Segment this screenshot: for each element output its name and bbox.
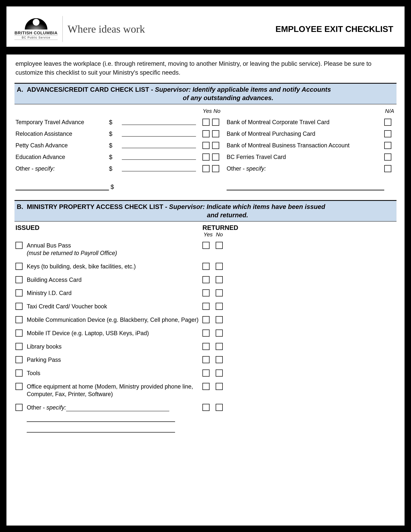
returned-no-checkbox[interactable] <box>216 356 223 363</box>
advance-label: Education Advance <box>16 154 109 161</box>
section-b-instruction-1: Supervisor: Indicate which items have be… <box>169 203 325 210</box>
issued-checkbox[interactable] <box>16 303 23 310</box>
returned-no-checkbox[interactable] <box>216 383 223 390</box>
issued-checkbox[interactable] <box>16 289 23 296</box>
header: BRITISH COLUMBIA BC Public Service Where… <box>15 16 396 47</box>
returned-yes-checkbox[interactable] <box>202 330 210 337</box>
returned-no-checkbox[interactable] <box>216 303 223 310</box>
section-a-header: A. ADVANCES/CREDIT CARD CHECK LIST - Sup… <box>15 84 396 104</box>
na-checkbox[interactable] <box>384 119 391 126</box>
no-checkbox[interactable] <box>212 153 219 161</box>
amount-field[interactable] <box>122 131 196 137</box>
issued-checkbox[interactable] <box>16 316 23 323</box>
returned-yes-checkbox[interactable] <box>202 289 210 296</box>
issued-checkbox[interactable] <box>16 242 23 249</box>
specify-field[interactable] <box>66 406 169 411</box>
yes-checkbox[interactable] <box>202 142 210 149</box>
issued-checkbox[interactable] <box>16 404 23 411</box>
property-row: Tools <box>16 367 395 380</box>
returned-no-checkbox[interactable] <box>216 242 223 249</box>
property-row-other: Other - specify: <box>16 401 395 436</box>
specify-field-line-3[interactable] <box>27 426 175 433</box>
yes-checkbox[interactable] <box>202 119 210 126</box>
issued-checkbox[interactable] <box>16 383 23 390</box>
property-row: Mobile IT Device (e.g. Laptop, USB Keys,… <box>16 327 395 340</box>
advance-label: Petty Cash Advance <box>16 142 109 149</box>
returned-no-checkbox[interactable] <box>216 289 223 296</box>
returned-yes-checkbox[interactable] <box>202 276 210 283</box>
property-row: Keys (to building, desk, bike facilities… <box>16 260 395 273</box>
returned-yes-checkbox[interactable] <box>202 263 210 270</box>
amount-field[interactable] <box>122 154 196 160</box>
returned-no-checkbox[interactable] <box>216 276 223 283</box>
returned-yes-checkbox[interactable] <box>202 242 210 249</box>
returned-no-checkbox[interactable] <box>216 263 223 270</box>
amount-field[interactable] <box>122 166 196 171</box>
tagline: Where ideas work <box>67 23 145 35</box>
section-a-title: ADVANCES/CREDIT CARD CHECK LIST - <box>27 86 153 93</box>
card-other-label: Other - specify: <box>227 165 384 172</box>
amount-field[interactable] <box>122 119 196 125</box>
returned-yes-checkbox[interactable] <box>202 343 210 350</box>
page: BRITISH COLUMBIA BC Public Service Where… <box>6 6 405 526</box>
yes-checkbox[interactable] <box>202 165 210 172</box>
returned-no-checkbox[interactable] <box>216 330 223 337</box>
issued-checkbox[interactable] <box>16 330 23 337</box>
logo-line-3: BC Public Service <box>15 36 57 40</box>
property-other-label: Other - specify: <box>27 404 202 433</box>
property-label: Building Access Card <box>27 276 202 284</box>
col-yes: Yes <box>202 108 212 114</box>
returned-no-checkbox[interactable] <box>216 370 223 377</box>
property-row: Mobile Communication Device (e.g. Blackb… <box>16 313 395 327</box>
issued-checkbox[interactable] <box>16 263 23 270</box>
no-checkbox[interactable] <box>212 165 219 172</box>
returned-no-checkbox[interactable] <box>216 404 223 411</box>
returned-yes-checkbox[interactable] <box>202 356 210 363</box>
property-label: Mobile Communication Device (e.g. Blackb… <box>27 316 202 324</box>
returned-no-checkbox[interactable] <box>216 316 223 323</box>
property-row: Taxi Credit Card/ Voucher book <box>16 300 395 313</box>
na-checkbox[interactable] <box>384 153 391 161</box>
section-a-instruction-1: Supervisor: Identify applicable items an… <box>155 86 331 93</box>
yes-checkbox[interactable] <box>202 153 210 161</box>
currency-symbol: $ <box>109 165 122 172</box>
no-checkbox[interactable] <box>212 119 219 126</box>
yes-checkbox[interactable] <box>202 130 210 137</box>
currency-symbol: $ <box>109 154 122 161</box>
black-bar <box>6 47 405 55</box>
issued-checkbox[interactable] <box>16 343 23 350</box>
returned-yes-checkbox[interactable] <box>202 303 210 310</box>
na-checkbox[interactable] <box>384 130 391 137</box>
specify-field-line-2[interactable] <box>27 416 175 422</box>
issued-checkbox[interactable] <box>16 356 23 363</box>
amount-field[interactable] <box>122 143 196 148</box>
property-row: Ministry I.D. Card <box>16 286 395 300</box>
vertical-divider <box>62 16 63 42</box>
returned-yes-checkbox[interactable] <box>202 383 210 390</box>
returned-yes-checkbox[interactable] <box>202 316 210 323</box>
total-right-line[interactable] <box>227 184 384 190</box>
section-a-letter: A. <box>17 86 23 93</box>
property-label: Keys (to building, desk, bike facilities… <box>27 263 202 270</box>
issued-checkbox[interactable] <box>16 276 23 283</box>
returned-yes-checkbox[interactable] <box>202 404 210 411</box>
currency-symbol: $ <box>109 130 122 137</box>
advance-label: Relocation Assistance <box>16 130 109 137</box>
total-left-line[interactable] <box>16 184 109 190</box>
na-checkbox[interactable] <box>384 142 391 149</box>
col-no: No <box>214 231 225 238</box>
page-title: EMPLOYEE EXIT CHECKLIST <box>275 24 396 34</box>
property-row: Parking Pass <box>16 353 395 367</box>
no-checkbox[interactable] <box>212 130 219 137</box>
section-b-rows: Annual Bus Pass (must be returned to Pay… <box>15 239 396 436</box>
card-label: BC Ferries Travel Card <box>227 154 384 161</box>
section-b-header: B. MINISTRY PROPERTY ACCESS CHECK LIST -… <box>15 201 396 221</box>
returned-yes-checkbox[interactable] <box>202 370 210 377</box>
bc-logo: BRITISH COLUMBIA BC Public Service <box>15 18 57 40</box>
issued-checkbox[interactable] <box>16 370 23 377</box>
no-checkbox[interactable] <box>212 142 219 149</box>
na-checkbox[interactable] <box>384 165 391 172</box>
currency-symbol: $ <box>109 119 122 126</box>
property-label: Annual Bus Pass (must be returned to Pay… <box>27 242 202 257</box>
returned-no-checkbox[interactable] <box>216 343 223 350</box>
